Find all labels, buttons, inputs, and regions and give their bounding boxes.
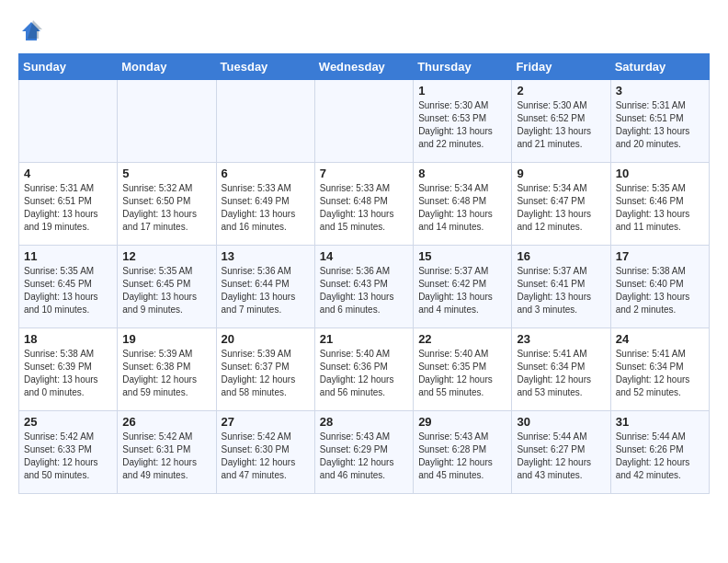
day-number: 27 (222, 415, 310, 429)
header-cell-friday: Friday (512, 54, 610, 80)
day-number: 22 (418, 332, 506, 346)
day-cell: 13Sunrise: 5:36 AM Sunset: 6:44 PM Dayli… (216, 246, 314, 328)
logo-icon (18, 18, 44, 44)
day-number: 1 (418, 84, 506, 98)
day-cell: 14Sunrise: 5:36 AM Sunset: 6:43 PM Dayli… (314, 246, 413, 328)
day-info: Sunrise: 5:30 AM Sunset: 6:53 PM Dayligh… (418, 99, 506, 151)
week-row-4: 18Sunrise: 5:38 AM Sunset: 6:39 PM Dayli… (19, 328, 710, 411)
day-cell: 9Sunrise: 5:34 AM Sunset: 6:47 PM Daylig… (512, 163, 610, 246)
week-row-5: 25Sunrise: 5:42 AM Sunset: 6:33 PM Dayli… (19, 411, 710, 494)
day-cell (19, 80, 118, 163)
day-number: 10 (616, 167, 704, 180)
day-cell: 7Sunrise: 5:33 AM Sunset: 6:48 PM Daylig… (314, 163, 413, 246)
day-info: Sunrise: 5:42 AM Sunset: 6:31 PM Dayligh… (122, 431, 210, 482)
day-info: Sunrise: 5:37 AM Sunset: 6:42 PM Dayligh… (418, 265, 506, 316)
day-info: Sunrise: 5:30 AM Sunset: 6:52 PM Dayligh… (517, 99, 605, 151)
day-cell: 22Sunrise: 5:40 AM Sunset: 6:35 PM Dayli… (414, 328, 512, 411)
day-cell (118, 80, 216, 163)
day-info: Sunrise: 5:40 AM Sunset: 6:36 PM Dayligh… (320, 348, 408, 399)
day-number: 26 (122, 415, 210, 429)
day-number: 3 (616, 84, 704, 98)
day-number: 9 (517, 167, 605, 180)
day-cell: 25Sunrise: 5:42 AM Sunset: 6:33 PM Dayli… (19, 411, 118, 494)
day-cell: 6Sunrise: 5:33 AM Sunset: 6:49 PM Daylig… (216, 163, 314, 246)
day-number: 15 (418, 249, 506, 263)
day-number: 13 (222, 249, 310, 263)
day-info: Sunrise: 5:42 AM Sunset: 6:33 PM Dayligh… (24, 431, 112, 482)
day-number: 6 (222, 167, 310, 180)
day-cell: 27Sunrise: 5:42 AM Sunset: 6:30 PM Dayli… (216, 411, 314, 494)
day-number: 4 (24, 167, 112, 180)
day-info: Sunrise: 5:44 AM Sunset: 6:27 PM Dayligh… (517, 431, 605, 482)
day-info: Sunrise: 5:31 AM Sunset: 6:51 PM Dayligh… (616, 99, 704, 151)
header-cell-thursday: Thursday (414, 54, 512, 80)
header-cell-monday: Monday (118, 54, 216, 80)
day-info: Sunrise: 5:34 AM Sunset: 6:47 PM Dayligh… (517, 182, 605, 234)
day-info: Sunrise: 5:37 AM Sunset: 6:41 PM Dayligh… (517, 265, 605, 316)
day-info: Sunrise: 5:38 AM Sunset: 6:39 PM Dayligh… (24, 348, 112, 399)
day-info: Sunrise: 5:34 AM Sunset: 6:48 PM Dayligh… (418, 182, 506, 234)
day-number: 8 (418, 167, 506, 180)
day-cell: 3Sunrise: 5:31 AM Sunset: 6:51 PM Daylig… (610, 80, 709, 163)
day-cell: 17Sunrise: 5:38 AM Sunset: 6:40 PM Dayli… (610, 246, 709, 328)
day-number: 28 (320, 415, 408, 429)
day-cell: 2Sunrise: 5:30 AM Sunset: 6:52 PM Daylig… (512, 80, 610, 163)
day-cell: 24Sunrise: 5:41 AM Sunset: 6:34 PM Dayli… (610, 328, 709, 411)
day-info: Sunrise: 5:41 AM Sunset: 6:34 PM Dayligh… (616, 348, 704, 399)
day-cell: 23Sunrise: 5:41 AM Sunset: 6:34 PM Dayli… (512, 328, 610, 411)
day-cell: 28Sunrise: 5:43 AM Sunset: 6:29 PM Dayli… (314, 411, 413, 494)
day-cell: 21Sunrise: 5:40 AM Sunset: 6:36 PM Dayli… (314, 328, 413, 411)
day-number: 20 (222, 332, 310, 346)
day-info: Sunrise: 5:39 AM Sunset: 6:37 PM Dayligh… (222, 348, 310, 399)
day-number: 29 (418, 415, 506, 429)
day-number: 19 (122, 332, 210, 346)
day-number: 30 (517, 415, 605, 429)
logo (18, 18, 46, 44)
day-info: Sunrise: 5:35 AM Sunset: 6:46 PM Dayligh… (616, 182, 704, 234)
day-number: 23 (517, 332, 605, 346)
day-cell: 30Sunrise: 5:44 AM Sunset: 6:27 PM Dayli… (512, 411, 610, 494)
day-number: 2 (517, 84, 605, 98)
day-cell: 11Sunrise: 5:35 AM Sunset: 6:45 PM Dayli… (19, 246, 118, 328)
day-number: 14 (320, 249, 408, 263)
day-info: Sunrise: 5:32 AM Sunset: 6:50 PM Dayligh… (122, 182, 210, 234)
day-info: Sunrise: 5:35 AM Sunset: 6:45 PM Dayligh… (24, 265, 112, 316)
day-cell (314, 80, 413, 163)
day-cell: 19Sunrise: 5:39 AM Sunset: 6:38 PM Dayli… (118, 328, 216, 411)
day-info: Sunrise: 5:33 AM Sunset: 6:48 PM Dayligh… (320, 182, 408, 234)
day-cell: 15Sunrise: 5:37 AM Sunset: 6:42 PM Dayli… (414, 246, 512, 328)
calendar-body: 1Sunrise: 5:30 AM Sunset: 6:53 PM Daylig… (19, 80, 710, 494)
day-info: Sunrise: 5:36 AM Sunset: 6:43 PM Dayligh… (320, 265, 408, 316)
day-cell: 8Sunrise: 5:34 AM Sunset: 6:48 PM Daylig… (414, 163, 512, 246)
day-info: Sunrise: 5:41 AM Sunset: 6:34 PM Dayligh… (517, 348, 605, 399)
day-info: Sunrise: 5:43 AM Sunset: 6:28 PM Dayligh… (418, 431, 506, 482)
header-cell-sunday: Sunday (19, 54, 118, 80)
day-number: 11 (24, 249, 112, 263)
day-number: 16 (517, 249, 605, 263)
day-cell: 1Sunrise: 5:30 AM Sunset: 6:53 PM Daylig… (414, 80, 512, 163)
week-row-2: 4Sunrise: 5:31 AM Sunset: 6:51 PM Daylig… (19, 163, 710, 246)
day-info: Sunrise: 5:36 AM Sunset: 6:44 PM Dayligh… (222, 265, 310, 316)
day-number: 12 (122, 249, 210, 263)
day-info: Sunrise: 5:40 AM Sunset: 6:35 PM Dayligh… (418, 348, 506, 399)
day-cell: 29Sunrise: 5:43 AM Sunset: 6:28 PM Dayli… (414, 411, 512, 494)
day-cell: 5Sunrise: 5:32 AM Sunset: 6:50 PM Daylig… (118, 163, 216, 246)
day-cell: 26Sunrise: 5:42 AM Sunset: 6:31 PM Dayli… (118, 411, 216, 494)
day-number: 25 (24, 415, 112, 429)
week-row-1: 1Sunrise: 5:30 AM Sunset: 6:53 PM Daylig… (19, 80, 710, 163)
day-number: 24 (616, 332, 704, 346)
day-number: 7 (320, 167, 408, 180)
day-info: Sunrise: 5:39 AM Sunset: 6:38 PM Dayligh… (122, 348, 210, 399)
day-cell: 16Sunrise: 5:37 AM Sunset: 6:41 PM Dayli… (512, 246, 610, 328)
day-cell (216, 80, 314, 163)
day-number: 5 (122, 167, 210, 180)
day-cell: 12Sunrise: 5:35 AM Sunset: 6:45 PM Dayli… (118, 246, 216, 328)
day-number: 17 (616, 249, 704, 263)
day-cell: 10Sunrise: 5:35 AM Sunset: 6:46 PM Dayli… (610, 163, 709, 246)
header-cell-tuesday: Tuesday (216, 54, 314, 80)
day-info: Sunrise: 5:33 AM Sunset: 6:49 PM Dayligh… (222, 182, 310, 234)
header-cell-saturday: Saturday (610, 54, 709, 80)
day-info: Sunrise: 5:35 AM Sunset: 6:45 PM Dayligh… (122, 265, 210, 316)
day-cell: 18Sunrise: 5:38 AM Sunset: 6:39 PM Dayli… (19, 328, 118, 411)
calendar-table: SundayMondayTuesdayWednesdayThursdayFrid… (18, 53, 710, 494)
